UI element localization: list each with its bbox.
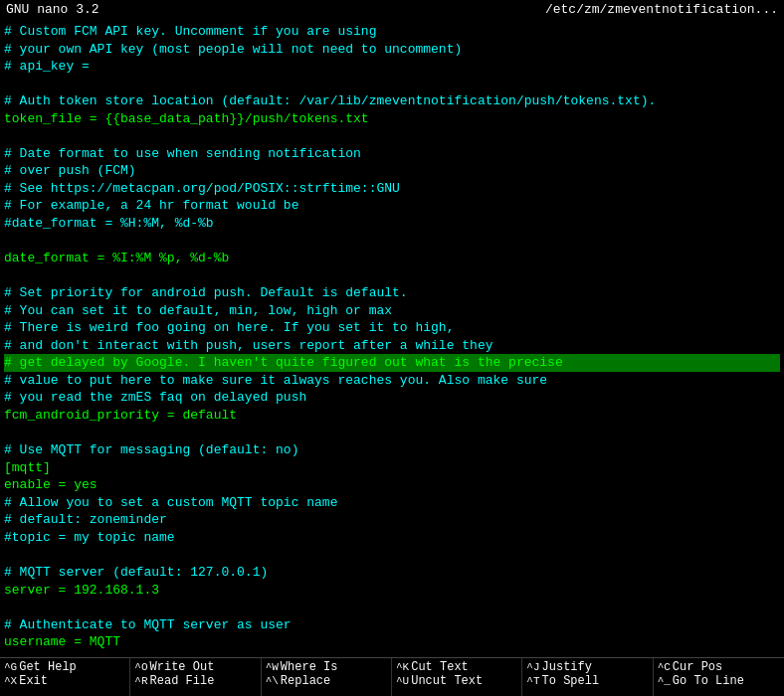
fn-label-2-top: Where Is xyxy=(281,660,338,674)
ctrl-sym-3-top: ^K xyxy=(396,661,409,673)
bottom-key-4[interactable]: ^J Justify ^T To Spell xyxy=(522,658,653,696)
fn-label-3-bot: Uncut Text xyxy=(411,674,483,688)
fn-label-5-top: Cur Pos xyxy=(673,660,722,674)
bottom-key-5[interactable]: ^C Cur Pos ^_ Go To Line xyxy=(654,658,784,696)
ctrl-sym-4-top: ^J xyxy=(526,661,539,673)
ctrl-sym-0-top: ^G xyxy=(4,661,17,673)
file-path: /etc/zm/zmeventnotification... xyxy=(545,2,778,17)
fn-label-5-bot: Go To Line xyxy=(673,674,744,688)
ctrl-sym-3-bot: ^U xyxy=(396,675,409,687)
fn-label-2-bot: Replace xyxy=(281,674,330,688)
fn-label-1-bot: Read File xyxy=(150,674,215,688)
ctrl-sym-2-top: ^W xyxy=(266,661,279,673)
ctrl-sym-1-bot: ^R xyxy=(134,675,147,687)
fn-label-4-top: Justify xyxy=(542,660,592,674)
ctrl-sym-5-bot: ^_ xyxy=(658,675,671,687)
bottom-key-2[interactable]: ^W Where Is ^\ Replace xyxy=(262,658,392,696)
editor-area[interactable]: # Custom FCM API key. Uncomment if you a… xyxy=(0,19,784,657)
bottom-key-3[interactable]: ^K Cut Text ^U Uncut Text xyxy=(392,658,522,696)
fn-label-1-top: Write Out xyxy=(150,660,215,674)
fn-label-4-bot: To Spell xyxy=(542,674,600,688)
bottom-key-1[interactable]: ^O Write Out ^R Read File xyxy=(130,658,261,696)
title-bar: GNU nano 3.2 /etc/zm/zmeventnotification… xyxy=(0,0,784,19)
bottom-bar: ^G Get Help ^X Exit ^O Write Out ^R Read… xyxy=(0,657,784,696)
ctrl-sym-0-bot: ^X xyxy=(4,675,17,687)
fn-label-0-bot: Exit xyxy=(19,674,48,688)
fn-label-0-top: Get Help xyxy=(19,660,77,674)
bottom-key-0[interactable]: ^G Get Help ^X Exit xyxy=(0,658,130,696)
ctrl-sym-2-bot: ^\ xyxy=(266,675,279,687)
ctrl-sym-5-top: ^C xyxy=(658,661,671,673)
app-title: GNU nano 3.2 xyxy=(6,2,99,17)
fn-label-3-top: Cut Text xyxy=(411,660,469,674)
ctrl-sym-4-bot: ^T xyxy=(526,675,539,687)
ctrl-sym-1-top: ^O xyxy=(134,661,147,673)
